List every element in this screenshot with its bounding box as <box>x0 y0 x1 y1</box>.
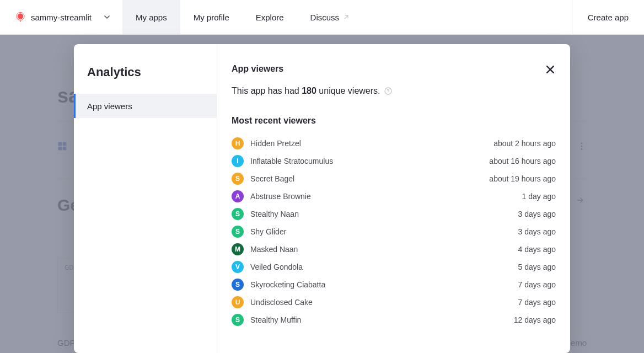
top-nav: sammy-streamlit My apps My profile Explo… <box>0 0 644 35</box>
create-app-label: Create app <box>588 13 629 22</box>
viewer-avatar: M <box>232 243 244 255</box>
create-app-button[interactable]: Create app <box>572 0 644 34</box>
viewer-list: HHidden Pretzelabout 2 hours agoIInflata… <box>232 135 556 329</box>
viewer-avatar: S <box>232 208 244 220</box>
viewer-name: Veiled Gondola <box>250 263 303 271</box>
modal-sidebar-title: Analytics <box>74 44 217 94</box>
viewer-name: Abstruse Brownie <box>250 192 311 201</box>
unique-viewer-count: 180 <box>302 86 316 95</box>
viewer-avatar: S <box>232 279 244 291</box>
svg-point-0 <box>17 13 24 20</box>
tab-label: Explore <box>256 13 284 22</box>
viewer-row: HHidden Pretzelabout 2 hours ago <box>232 135 556 152</box>
viewer-row: MMasked Naan4 days ago <box>232 240 556 258</box>
sidebar-item-app-viewers[interactable]: App viewers <box>74 94 217 118</box>
viewer-row: IInflatable Stratocumulusabout 16 hours … <box>232 152 556 170</box>
viewer-name: Masked Naan <box>250 245 298 254</box>
viewer-row: SSecret Bagelabout 19 hours ago <box>232 170 556 188</box>
viewer-name: Inflatable Stratocumulus <box>250 157 333 165</box>
tab-label: Discuss <box>310 13 340 22</box>
most-recent-heading: Most recent viewers <box>232 116 556 126</box>
viewer-name: Stealthy Naan <box>250 210 299 218</box>
viewer-time: 1 day ago <box>522 192 556 201</box>
tab-explore[interactable]: Explore <box>243 0 297 34</box>
nav-tabs: My apps My profile Explore Discuss <box>122 0 363 34</box>
viewer-avatar: H <box>232 137 244 149</box>
viewer-time: 3 days ago <box>518 210 556 218</box>
viewer-row: AAbstruse Brownie1 day ago <box>232 188 556 205</box>
viewer-time: 5 days ago <box>518 263 556 271</box>
viewer-time: about 16 hours ago <box>489 157 556 165</box>
analytics-modal: Analytics App viewers App viewers This a… <box>74 44 570 353</box>
viewer-row: VVeiled Gondola5 days ago <box>232 258 556 276</box>
viewer-time: 4 days ago <box>518 245 556 254</box>
subtitle-pre: This app has had <box>232 86 302 95</box>
modal-subtitle: This app has had 180 unique viewers. <box>232 86 556 96</box>
subtitle-post: unique viewers. <box>316 86 380 95</box>
viewer-row: SShy Glider3 days ago <box>232 223 556 240</box>
tab-discuss[interactable]: Discuss <box>297 0 364 34</box>
chevron-down-icon <box>103 13 111 22</box>
viewer-name: Hidden Pretzel <box>250 139 301 148</box>
viewer-avatar: A <box>232 190 244 202</box>
viewer-row: SSkyrocketing Ciabatta7 days ago <box>232 276 556 293</box>
viewer-avatar: U <box>232 296 244 308</box>
modal-sidebar: Analytics App viewers <box>74 44 217 353</box>
viewer-name: Shy Glider <box>250 227 286 236</box>
tab-label: My profile <box>194 13 229 22</box>
viewer-avatar: S <box>232 314 244 326</box>
viewer-name: Skyrocketing Ciabatta <box>250 280 325 289</box>
external-link-icon <box>342 13 350 21</box>
viewer-name: Secret Bagel <box>250 174 294 183</box>
viewer-avatar: S <box>232 226 244 238</box>
tab-my-profile[interactable]: My profile <box>180 0 243 34</box>
help-icon[interactable] <box>384 87 393 95</box>
viewer-name: Stealthy Muffin <box>250 315 301 324</box>
viewer-time: about 19 hours ago <box>489 174 556 183</box>
viewer-time: 12 days ago <box>514 315 556 324</box>
tab-label: My apps <box>136 13 167 22</box>
viewer-time: 7 days ago <box>518 298 556 307</box>
viewer-avatar: S <box>232 173 244 185</box>
modal-title: App viewers <box>232 64 556 74</box>
sidebar-item-label: App viewers <box>87 101 132 111</box>
viewer-time: about 2 hours ago <box>493 139 556 148</box>
workspace-selector[interactable]: sammy-streamlit <box>0 0 122 34</box>
viewer-time: 3 days ago <box>518 227 556 236</box>
viewer-time: 7 days ago <box>518 280 556 289</box>
svg-point-10 <box>388 93 388 93</box>
workspace-name: sammy-streamlit <box>31 13 97 22</box>
viewer-avatar: V <box>232 261 244 273</box>
viewer-row: SStealthy Muffin12 days ago <box>232 311 556 329</box>
viewer-avatar: I <box>232 155 244 167</box>
balloon-icon <box>15 12 25 22</box>
tab-my-apps[interactable]: My apps <box>122 0 180 34</box>
viewer-row: SStealthy Naan3 days ago <box>232 205 556 223</box>
close-icon[interactable] <box>545 64 556 75</box>
modal-content: App viewers This app has had 180 unique … <box>217 44 570 353</box>
viewer-name: Undisclosed Cake <box>250 298 313 307</box>
viewer-row: UUndisclosed Cake7 days ago <box>232 293 556 311</box>
